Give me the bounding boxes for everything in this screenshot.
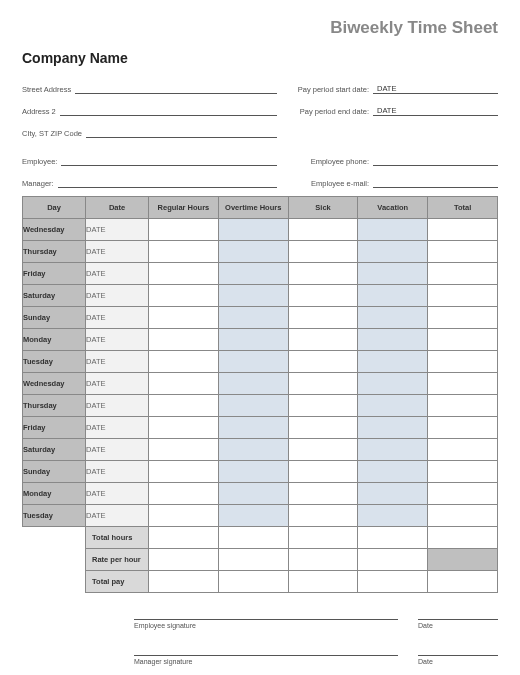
overtime-cell[interactable] [218,439,288,461]
overtime-cell[interactable] [218,461,288,483]
street-input[interactable] [75,84,277,94]
vacation-cell[interactable] [358,263,428,285]
vacation-cell[interactable] [358,439,428,461]
manager-signature-line[interactable]: Manager signature [134,655,398,665]
date-cell[interactable]: DATE [86,219,149,241]
rate-overtime[interactable] [218,549,288,571]
sick-cell[interactable] [288,417,358,439]
overtime-cell[interactable] [218,285,288,307]
sick-cell[interactable] [288,505,358,527]
employee-signature-line[interactable]: Employee signature [134,619,398,629]
sick-cell[interactable] [288,285,358,307]
day-cell: Friday [23,417,86,439]
sick-cell[interactable] [288,219,358,241]
date-cell[interactable]: DATE [86,241,149,263]
regular-cell[interactable] [149,219,219,241]
date-cell[interactable]: DATE [86,395,149,417]
regular-cell[interactable] [149,505,219,527]
table-row: ThursdayDATE [23,241,498,263]
sick-cell[interactable] [288,329,358,351]
row-total-cell [428,373,498,395]
vacation-cell[interactable] [358,395,428,417]
date-cell[interactable]: DATE [86,263,149,285]
date-cell[interactable]: DATE [86,329,149,351]
rate-vacation[interactable] [358,549,428,571]
manager-input[interactable] [58,178,277,188]
employee-sig-date[interactable]: Date [418,619,498,629]
overtime-cell[interactable] [218,329,288,351]
regular-cell[interactable] [149,439,219,461]
email-input[interactable] [373,178,498,188]
sick-cell[interactable] [288,395,358,417]
day-cell: Thursday [23,395,86,417]
sick-cell[interactable] [288,483,358,505]
col-total: Total [428,197,498,219]
sick-cell[interactable] [288,263,358,285]
regular-cell[interactable] [149,351,219,373]
vacation-cell[interactable] [358,483,428,505]
col-date: Date [86,197,149,219]
sick-cell[interactable] [288,351,358,373]
vacation-cell[interactable] [358,461,428,483]
regular-cell[interactable] [149,373,219,395]
vacation-cell[interactable] [358,307,428,329]
vacation-cell[interactable] [358,351,428,373]
regular-cell[interactable] [149,329,219,351]
regular-cell[interactable] [149,417,219,439]
regular-cell[interactable] [149,461,219,483]
sick-cell[interactable] [288,461,358,483]
table-row: TuesdayDATE [23,505,498,527]
vacation-cell[interactable] [358,241,428,263]
date-cell[interactable]: DATE [86,461,149,483]
overtime-cell[interactable] [218,417,288,439]
vacation-cell[interactable] [358,505,428,527]
vacation-cell[interactable] [358,417,428,439]
period-start-value[interactable]: DATE [373,84,498,94]
overtime-cell[interactable] [218,505,288,527]
vacation-cell[interactable] [358,329,428,351]
overtime-cell[interactable] [218,241,288,263]
overtime-cell[interactable] [218,219,288,241]
date-cell[interactable]: DATE [86,373,149,395]
timesheet-table: Day Date Regular Hours Overtime Hours Si… [22,196,498,593]
sick-cell[interactable] [288,307,358,329]
overtime-cell[interactable] [218,373,288,395]
sick-cell[interactable] [288,241,358,263]
vacation-cell[interactable] [358,219,428,241]
overtime-cell[interactable] [218,483,288,505]
rate-sick[interactable] [288,549,358,571]
date-cell[interactable]: DATE [86,417,149,439]
date-cell[interactable]: DATE [86,285,149,307]
date-cell[interactable]: DATE [86,439,149,461]
col-day: Day [23,197,86,219]
regular-cell[interactable] [149,263,219,285]
regular-cell[interactable] [149,285,219,307]
sick-cell[interactable] [288,439,358,461]
vacation-cell[interactable] [358,285,428,307]
regular-cell[interactable] [149,483,219,505]
date-cell[interactable]: DATE [86,307,149,329]
period-end-value[interactable]: DATE [373,106,498,116]
regular-cell[interactable] [149,307,219,329]
regular-cell[interactable] [149,395,219,417]
row-total-cell [428,483,498,505]
employee-input[interactable] [61,156,277,166]
email-label: Employee e-mail: [277,179,373,188]
date-cell[interactable]: DATE [86,483,149,505]
phone-input[interactable] [373,156,498,166]
date-cell[interactable]: DATE [86,351,149,373]
sick-cell[interactable] [288,373,358,395]
overtime-cell[interactable] [218,351,288,373]
csz-input[interactable] [86,128,277,138]
manager-sig-date[interactable]: Date [418,655,498,665]
date-cell[interactable]: DATE [86,505,149,527]
rate-regular[interactable] [149,549,219,571]
vacation-cell[interactable] [358,373,428,395]
total-total [428,527,498,549]
addr2-input[interactable] [60,106,277,116]
row-total-cell [428,307,498,329]
overtime-cell[interactable] [218,395,288,417]
regular-cell[interactable] [149,241,219,263]
overtime-cell[interactable] [218,263,288,285]
overtime-cell[interactable] [218,307,288,329]
